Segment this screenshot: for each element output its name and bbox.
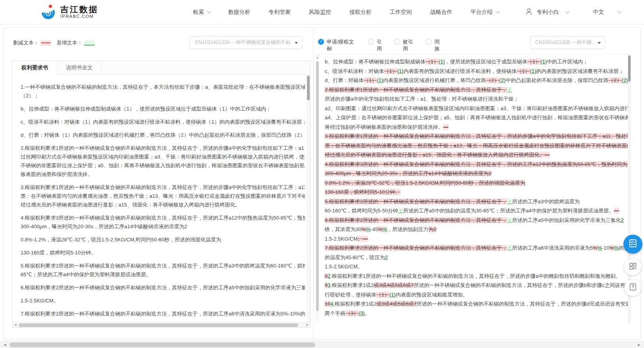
diff-text: .根据权利要求1所述的一种不锈钢或复合钢的不粘锅的制造方法，其特征在于，所述的步… [330, 273, 621, 279]
claim-line: 130-160度，烘烤时间5-10分钟。 [21, 249, 305, 257]
left-horizontal-scrollbar[interactable]: ◄ ► [13, 322, 310, 327]
claim-line: 板表面的油墨和保护层清洗掉。 [21, 170, 305, 179]
radio-option-3[interactable]: 同族 [426, 38, 441, 52]
diff-line: 104.根据权利要求1或2或3或4或5或6或7所述的一种不锈钢或复合钢的不粘锅的… [325, 299, 628, 309]
claim-line: 墨：在不锈钢表面均匀的涂覆感光油墨，然后预热干燥；a13、曝光：用高压水银灯或金… [21, 192, 305, 201]
claim-line: 3.根据权利要求1所述的一种不锈钢或复合钢的不粘锅的制造方法，其特征在于，所述的… [21, 183, 305, 192]
diff-line: 1.5-2.5KG/CM。— [325, 234, 628, 244]
diff-line: 的温度为45-60℃，喷压为2 [325, 253, 628, 262]
added-text-sample [84, 40, 95, 46]
nav-item-3[interactable]: 风险监控 [309, 9, 331, 16]
scrollbar-thumb[interactable] [10, 342, 315, 347]
user-menu[interactable]: 专利小白 [525, 8, 568, 17]
deleted-text: 或3或4或5或6或7 [374, 282, 414, 288]
nav-item-6[interactable]: 战略合作 [430, 9, 452, 16]
diff-text: 所述的一种不锈钢或复合钢的不粘锅的制造方法，其特征在于，所述的步骤b和步骤c之间… [414, 282, 628, 288]
diff-line: 6.根据权利要求2所述的一种不锈钢或复合钢的不粘锅的制造方法，其特征在于，；所述… [325, 216, 628, 225]
diff-line: 2.根据权利要求1所述的一种不锈钢或复合钢的不粘锅的制造方法，其特征在于，； [325, 85, 628, 95]
diff-line: 4.根据权利要求3所述的一种不锈钢或复合钢的不粘锅的制造方法，其特征在于，所述的… [325, 160, 628, 169]
caret-down-icon [598, 42, 601, 44]
radio-label: 引用 [377, 38, 383, 52]
deleted-text: — [614, 208, 619, 214]
claim-line: 4.根据权利要求3所述的一种不锈钢或复合钢的不粘锅的制造方法，其特征在于，所述的… [21, 214, 305, 222]
nav-item-label: 风险监控 [309, 9, 331, 16]
diff-line: a2、印刷图案：通过丝网印刷方式在不锈钢板表面预设区域内印刷油墨图案；a3、干燥… [325, 104, 628, 113]
diff-text: ，所述的蚀刻压力 [387, 226, 429, 232]
deleted-text: 6.根据权利要求2所述的一种不锈钢或复合钢的不粘锅的制造方法，其特征在于， [325, 217, 507, 223]
diff-line: 墨：在不锈钢表面均匀的涂覆感光油墨，然后预热干燥；a13、曝光：用高压水银灯或金… [325, 141, 628, 151]
language-label: 中文 [593, 9, 604, 16]
left-patent-select[interactable]: CN103142132A 一种不锈钢或复合钢的不粘... [190, 36, 302, 49]
top-navbar: 吉江数据 IPRABC.COM 检索数据分析专利管家风险监控侵权分析工作空间战略… [0, 0, 644, 25]
deleted-text: （1） [376, 292, 389, 298]
nav-item-4[interactable]: 侵权分析 [349, 9, 372, 16]
claims-text-area: 1.一种不锈钢或复合钢的不粘锅的制造方法，其特征在于，本方法包括如下步骤：a、表… [13, 75, 307, 322]
right-panel-left-scrollbar[interactable]: ▲ [316, 54, 319, 323]
right-patent-select[interactable]: CN103142132B 一种不锈... [530, 36, 605, 49]
deleted-text: 或3或4或5或6或7 [377, 301, 417, 307]
language-selector[interactable]: 中文 [593, 9, 620, 16]
help-fab[interactable] [624, 279, 641, 296]
diff-text: 两个手柄 [325, 310, 345, 316]
deleted-text: 。— [358, 236, 368, 242]
nav-item-0[interactable]: 检索 [193, 9, 210, 16]
deleted-text: 经过感光后的不锈钢表面的油墨进行显影；a15、强固化：将不锈钢板放入烤箱内进行烘… [325, 152, 550, 158]
diff-text: 60-160℃，烘烤时间为5-50分钟 [325, 208, 398, 214]
user-name: 专利小白 [537, 9, 559, 16]
chevron-down-icon [207, 10, 211, 13]
nav-item-5[interactable]: 工作空间 [390, 9, 412, 16]
diff-text: .根据权利要求1或2 [333, 301, 377, 307]
deleted-text: 7.根据权利要求2所述的一种不锈钢或复合钢的不粘锅的制造方法，其特征在于， [325, 245, 507, 251]
scrollbar-thumb[interactable] [316, 61, 319, 311]
deleted-text: 2.根据权利要求1所述的一种不锈钢或复合钢的不粘锅的制造方法，其特征在于， [325, 87, 507, 93]
scrollbar-thumb[interactable] [19, 323, 298, 327]
scroll-right-arrow[interactable]: ► [305, 323, 310, 327]
diff-legend: 删减文本： 新增文本： [13, 39, 95, 46]
scrollbar-thumb[interactable] [628, 55, 631, 82]
diff-line: a4、上保护层：在不锈钢的非图案部位涂上保护层；a5、蚀刻：再将不锈钢板送入蚀刻… [325, 113, 628, 122]
diff-document-panel: ▲ b、拉伸成型：将不锈钢板拉伸成型制成锅体（1）(1)，使所述的预设区域位于成… [316, 54, 631, 323]
diff-line: 将经过蚀刻的不锈钢板表面的油墨和保护层清洗掉。— [325, 122, 628, 132]
right-patent-select-value: CN103142132B 一种不锈... [535, 39, 594, 46]
claim-line: 1.一种不锈钢或复合钢的不粘锅的制造方法，其特征在于，本方法包括如下步骤：a、表… [21, 83, 305, 92]
radio-option-1[interactable]: 引用 [368, 38, 383, 52]
nav-item-1[interactable]: 数据分析 [228, 9, 250, 16]
added-text: (1) [541, 59, 547, 65]
scrollbar-thumb[interactable] [307, 76, 310, 100]
added-text: % [383, 226, 387, 232]
deleted-text: （1） [517, 68, 530, 74]
source-document-panel: 权利要求书说明书全文 1.一种不锈钢或复合钢的不粘锅的制造方法，其特征在于，本方… [12, 61, 311, 328]
added-text: ； [507, 199, 512, 205]
diff-text: b、拉伸成型：将不锈钢板拉伸成型制成锅体 [325, 59, 425, 65]
added-text: (1) [530, 68, 536, 74]
added-text: (1) [389, 292, 396, 298]
diff-text: 行喷砂处理，使得锅体 [325, 292, 376, 298]
diff-line: 经过感光后的不锈钢表面的油墨进行显影；a15、强固化：将不锈钢板放入烤箱内进行烘… [325, 150, 628, 160]
scroll-left-arrow[interactable]: ◄ [2, 342, 8, 348]
page-horizontal-scrollbar[interactable]: ◄ ► [0, 341, 644, 348]
compare-list-fab[interactable] [623, 235, 642, 254]
added-text: (3) [358, 310, 365, 316]
scroll-right-arrow[interactable]: ► [636, 342, 642, 348]
left-vertical-scrollbar[interactable] [307, 75, 310, 322]
radio-option-2[interactable]: 被引用 [394, 38, 415, 52]
nav-item-label: 工作空间 [390, 9, 412, 16]
scroll-left-arrow[interactable]: ◄ [13, 323, 18, 327]
qr-code-fab[interactable] [624, 258, 641, 275]
added-text: (2) [622, 77, 628, 83]
logo[interactable]: 吉江数据 IPRABC.COM [40, 3, 98, 21]
nav-item-label: 平台介绍 [471, 9, 493, 16]
tab-0[interactable]: 权利要求书 [13, 61, 57, 75]
scroll-up-arrow[interactable]: ▲ [316, 56, 319, 59]
logo-subtitle: IPRABC.COM [60, 14, 98, 19]
claim-paragraph: 1.5-2.5KG/CM。 [21, 296, 305, 305]
nav-item-7[interactable]: 平台介绍 [471, 9, 499, 16]
diff-line: c、喷涂不粘涂料：对锅体（1）(1)内表面有的预设区域进行喷涂不粘涂料，使得锅体… [325, 67, 628, 76]
logo-title: 吉江数据 [60, 5, 98, 14]
nav-item-label: 侵权分析 [349, 9, 372, 16]
radio-option-0[interactable]: 申请/授权文献 [318, 38, 357, 52]
tab-1[interactable]: 说明书全文 [57, 61, 102, 75]
claim-line: 2.根据权利要求1所述的一种不锈钢或复合钢的不粘锅的制造方法，其特征在于，所述的… [21, 144, 305, 153]
added-text: 2 [385, 254, 388, 260]
nav-item-2[interactable]: 专利管家 [269, 9, 291, 16]
